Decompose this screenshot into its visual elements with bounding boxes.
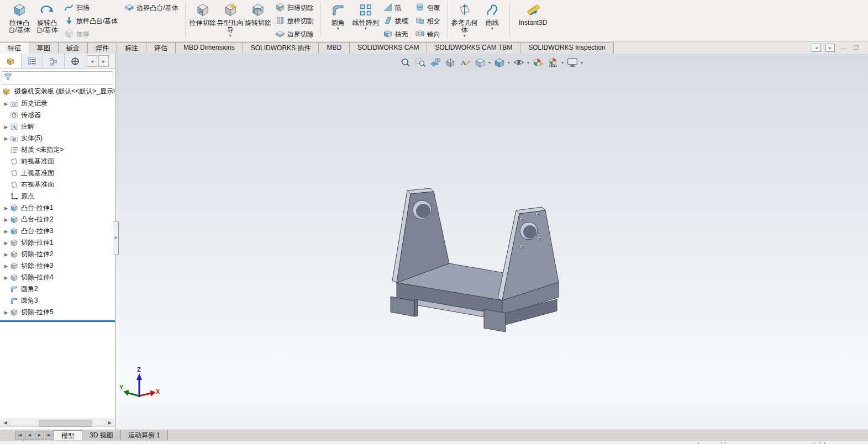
scroll-right-arrow[interactable]: ▶: [105, 419, 114, 426]
wrap-button[interactable]: 包覆: [412, 1, 444, 14]
instant3d-button[interactable]: Instant3D: [513, 1, 553, 39]
dropdown-caret-icon[interactable]: ▾: [491, 27, 493, 30]
first-tab-button[interactable]: |◀: [15, 431, 24, 440]
bottom-tab-3D 视图[interactable]: 3D 视图: [82, 430, 121, 440]
expand-arrow-icon[interactable]: ▶: [2, 205, 10, 211]
dropdown-caret-icon[interactable]: ▾: [337, 27, 339, 30]
tree-item-注解[interactable]: ▶A注解: [0, 121, 115, 133]
command-tab-草图[interactable]: 草图: [29, 42, 59, 54]
next-tab-button[interactable]: ▶: [35, 431, 44, 440]
linear-pattern-button[interactable]: 线性阵列▾: [352, 1, 380, 39]
expand-arrow-icon[interactable]: ▶: [2, 263, 10, 269]
tree-item-材质 <未指定>[interactable]: 材质 <未指定>: [0, 144, 115, 156]
panel-tab-scroll-right-arrow[interactable]: ▸: [98, 55, 109, 67]
tree-item-上视基准面[interactable]: 上视基准面: [0, 167, 115, 179]
dropdown-caret-icon[interactable]: ▾: [229, 34, 232, 38]
extrude-boss-button[interactable]: 拉伸凸台/基体: [6, 1, 33, 39]
command-tab-SOLIDWORKS 插件[interactable]: SOLIDWORKS 插件: [243, 42, 319, 54]
command-tab-钣金[interactable]: 钣金: [58, 42, 88, 54]
command-tab-MBD Dimensions[interactable]: MBD Dimensions: [175, 42, 243, 54]
tree-root-item[interactable]: 摄像机安装板 (默认<<默认>_显示状态: [0, 86, 115, 97]
expand-arrow-icon[interactable]: ▶: [2, 217, 10, 223]
tree-item-右视基准面[interactable]: 右视基准面: [0, 179, 115, 191]
cut-loft-button[interactable]: 放样切割: [272, 14, 317, 28]
revolve-boss-button[interactable]: 旋转凸台/基体: [33, 1, 61, 39]
tree-item-圆角2[interactable]: 圆角2: [0, 283, 115, 295]
shell-button[interactable]: 抽壳: [380, 28, 412, 41]
command-tab-SOLIDWORKS CAM TBM[interactable]: SOLIDWORKS CAM TBM: [427, 42, 520, 54]
tree-item-切除-拉伸2[interactable]: ▶切除-拉伸2: [0, 249, 115, 260]
cut-boundary-button[interactable]: 边界切除: [272, 28, 317, 41]
scroll-left-arrow[interactable]: ◀: [1, 419, 10, 426]
tree-item-label: 上视基准面: [21, 168, 54, 178]
tree-item-切除-拉伸1[interactable]: ▶切除-拉伸1: [0, 237, 115, 249]
reference-geometry-button[interactable]: 参考几何体▾: [451, 1, 478, 39]
tree-item-凸台-拉伸3[interactable]: ▶凸台-拉伸3: [0, 225, 115, 237]
panel-tab-featuremanager-tree[interactable]: [0, 54, 22, 68]
boundary-boss-button[interactable]: 边界凸台/基体: [121, 1, 181, 14]
rib-button[interactable]: 筋: [380, 1, 412, 14]
curves-button[interactable]: 曲线▾: [478, 1, 506, 39]
panel-tab-propertymanager[interactable]: [22, 54, 43, 68]
tree-item-圆角3[interactable]: 圆角3: [0, 295, 115, 306]
dropdown-caret-icon[interactable]: ▾: [365, 27, 367, 30]
expand-arrow-icon[interactable]: ▶: [2, 275, 10, 281]
status-bar: ▸┆▸ ▦ ▦ ┆┆ ⚠ ⚠ ┆ ┆ ┆: [0, 440, 868, 444]
command-tab-SOLIDWORKS CAM[interactable]: SOLIDWORKS CAM: [349, 42, 427, 54]
tree-item-原点[interactable]: 原点: [0, 191, 115, 202]
cut-extrude-icon: [10, 308, 19, 316]
tree-item-凸台-拉伸2[interactable]: ▶凸台-拉伸2: [0, 214, 115, 225]
cut-sweep-button[interactable]: 扫描切除: [272, 1, 317, 14]
tree-item-历史记录[interactable]: ▶历史记录: [0, 98, 115, 109]
tree-item-凸台-拉伸1[interactable]: ▶凸台-拉伸1: [0, 202, 115, 214]
command-tab-标注[interactable]: 标注: [117, 42, 146, 54]
cut-boundary-icon: [275, 29, 285, 40]
bottom-tab-运动算例 1[interactable]: 运动算例 1: [120, 430, 168, 440]
mirror-button[interactable]: 镜向: [412, 28, 444, 41]
panel-tab-configurationmanager[interactable]: [43, 54, 65, 68]
graphics-viewport[interactable]: A▾▾▾▾▾: [116, 54, 868, 430]
dropdown-caret-icon[interactable]: ▾: [464, 34, 466, 38]
feature-filter-input[interactable]: [12, 72, 113, 83]
command-tab-评估[interactable]: 评估: [146, 42, 176, 54]
tree-item-切除-拉伸3[interactable]: ▶切除-拉伸3: [0, 260, 115, 272]
draft-button[interactable]: 拔模: [380, 14, 412, 28]
expand-arrow-icon[interactable]: ▶: [2, 136, 10, 141]
panel-horizontal-scrollbar[interactable]: ◀ ▶: [1, 419, 114, 427]
expand-arrow-icon[interactable]: ▶: [2, 240, 10, 246]
panel-splitter-handle[interactable]: [113, 221, 119, 255]
intersect-button[interactable]: 相交: [412, 14, 444, 28]
expand-arrow-icon[interactable]: ▶: [2, 252, 10, 257]
scrollbar-thumb[interactable]: [39, 420, 92, 427]
minimize-button[interactable]: —: [839, 44, 848, 51]
previous-tab-button[interactable]: ◀: [25, 431, 34, 440]
panel-tab-scroll-left-arrow[interactable]: ◂: [87, 55, 97, 67]
rollback-bar[interactable]: [0, 320, 115, 322]
command-tab-特征[interactable]: 特征: [0, 42, 29, 54]
expand-arrow-icon[interactable]: ▶: [2, 310, 10, 315]
tree-item-传感器[interactable]: 传感器: [0, 109, 115, 121]
hole-wizard-button[interactable]: 异型孔向导▾: [217, 1, 244, 39]
cut-revolve-button[interactable]: 旋转切除: [244, 1, 272, 39]
sweep-button[interactable]: 扫描: [61, 1, 121, 14]
command-tab-SOLIDWORKS Inspection[interactable]: SOLIDWORKS Inspection: [520, 42, 613, 54]
expand-arrow-icon[interactable]: ▶: [2, 229, 10, 234]
tree-item-实体(5)[interactable]: ▶实体(5): [0, 133, 115, 144]
last-tab-button[interactable]: ▶|: [45, 431, 54, 440]
collapse-left-pane-button[interactable]: ◂: [812, 44, 821, 52]
expand-arrow-icon[interactable]: ▶: [2, 124, 10, 130]
fillet-button[interactable]: 圆角▾: [324, 1, 352, 39]
tree-item-切除-拉伸4[interactable]: ▶切除-拉伸4: [0, 272, 115, 283]
tree-item-前视基准面[interactable]: 前视基准面: [0, 156, 115, 167]
restore-button[interactable]: ❐: [852, 44, 860, 51]
tree-item-切除-拉伸5[interactable]: ▶切除-拉伸5: [0, 306, 115, 318]
collapse-right-pane-button[interactable]: ▸: [825, 44, 835, 52]
command-tab-焊件[interactable]: 焊件: [87, 42, 117, 54]
expand-arrow-icon[interactable]: ▶: [2, 101, 10, 107]
bottom-tab-模型[interactable]: 模型: [54, 430, 82, 440]
panel-tab-dimxpertmanager[interactable]: [65, 54, 86, 68]
loft-button[interactable]: 放样凸台/基体: [61, 14, 121, 28]
tree-item-label: 前视基准面: [21, 157, 54, 166]
command-tab-MBD[interactable]: MBD: [318, 42, 350, 54]
cut-extrude-button[interactable]: 拉伸切除: [189, 1, 217, 39]
